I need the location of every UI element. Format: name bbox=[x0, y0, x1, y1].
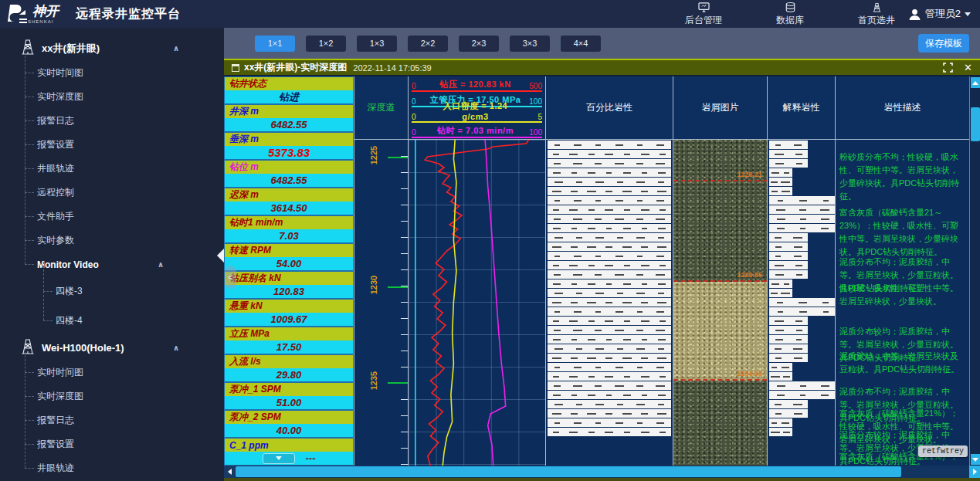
lithology-symbol-dash bbox=[636, 348, 645, 350]
lithology-symbol-dash bbox=[820, 209, 829, 211]
horizontal-scroll-thumb[interactable] bbox=[236, 466, 901, 477]
curve-plot-area bbox=[409, 140, 545, 466]
sidebar-item-实时时间图[interactable]: 实时时间图 bbox=[0, 361, 224, 384]
parameter-label: 钻压别名 kN bbox=[224, 271, 354, 285]
lithology-symbol-dash bbox=[637, 367, 643, 368]
layout-button-1×2[interactable]: 1×2 bbox=[306, 36, 346, 52]
sidebar-collapse-handle[interactable] bbox=[217, 249, 224, 263]
lithology-symbol-dash bbox=[595, 163, 602, 164]
lithology-symbol-dash bbox=[571, 283, 577, 285]
lithology-symbol-dash bbox=[554, 330, 561, 331]
sidebar-item-井眼轨迹[interactable]: 井眼轨迹 bbox=[0, 157, 224, 181]
layout-button-2×2[interactable]: 2×2 bbox=[408, 36, 448, 52]
lithology-symbol-dash bbox=[793, 237, 802, 239]
chevron-up-icon[interactable]: ∧ bbox=[173, 44, 179, 53]
sidebar-item-报警日志[interactable]: 报警日志 bbox=[0, 109, 224, 133]
depth-minor-tick bbox=[401, 205, 408, 205]
parameter-dropdown-button[interactable] bbox=[263, 453, 295, 464]
lithology-symbol-dash bbox=[777, 395, 785, 396]
scroll-down-button[interactable] bbox=[971, 454, 980, 465]
sidebar-item-实时深度图[interactable]: 实时深度图 bbox=[0, 384, 224, 408]
sidebar-item-报警设置[interactable]: 报警设置 bbox=[0, 133, 224, 157]
lithology-symbol-dash bbox=[641, 246, 648, 248]
close-icon[interactable]: ✕ bbox=[964, 63, 972, 73]
sidebar-well-1[interactable]: Wei-H100(Hole-1)∧ bbox=[0, 335, 224, 361]
curve-scale-max: 100 bbox=[522, 97, 542, 106]
interp-lithology-row bbox=[769, 187, 792, 195]
parameter-value: 120.83 bbox=[224, 285, 354, 299]
chart-panel-title: xx井(新井眼)-实时深度图 bbox=[244, 61, 347, 74]
depth-minor-tick bbox=[401, 253, 408, 254]
lithology-symbol-dash bbox=[821, 228, 829, 229]
lithology-symbol-dash bbox=[775, 154, 784, 155]
parameter-钻压别名: 钻压别名 kN120.83 bbox=[224, 271, 354, 299]
lithology-symbol-dash bbox=[571, 302, 578, 303]
user-menu[interactable]: 管理员2 bbox=[908, 0, 971, 28]
sidebar-item-实时参数[interactable]: 实时参数 bbox=[0, 229, 224, 252]
chevron-up-icon[interactable]: ∧ bbox=[173, 344, 179, 352]
param-panel-collapse-button[interactable]: < bbox=[225, 266, 236, 289]
lithology-symbol-dash bbox=[587, 302, 596, 303]
parameter-value-text: 51.00 bbox=[276, 397, 302, 408]
lithology-symbol-dash bbox=[617, 348, 623, 350]
lithology-symbol-dash bbox=[615, 330, 624, 331]
sidebar-item-实时深度图[interactable]: 实时深度图 bbox=[0, 85, 224, 109]
curve-name-value: 钻时 = 7.03 min/m bbox=[429, 125, 522, 137]
user-avatar-icon bbox=[908, 8, 921, 21]
percent-lithology-row bbox=[548, 270, 671, 279]
layout-button-3×3[interactable]: 3×3 bbox=[510, 36, 550, 52]
sidebar-subitem-四楼-3[interactable]: 四楼-3 bbox=[0, 276, 224, 306]
lithology-symbol-dash bbox=[800, 395, 805, 396]
lithology-symbol-dash bbox=[658, 228, 666, 229]
lithology-symbol-dash bbox=[595, 404, 604, 405]
save-template-button[interactable]: 保存模板 bbox=[918, 34, 969, 53]
curve-scale-min: 0 bbox=[412, 128, 429, 137]
chevron-up-icon[interactable]: ∧ bbox=[158, 260, 164, 269]
sidebar-well-0[interactable]: xx井(新井眼)∧ bbox=[0, 36, 224, 61]
lithology-symbol-dash bbox=[554, 144, 560, 146]
interp-lithology-row bbox=[769, 261, 808, 269]
interp-lithology-row bbox=[769, 391, 835, 399]
parameter-label: 泵冲_2 SPM bbox=[224, 410, 354, 424]
header-nav-database[interactable]: 数据库 bbox=[776, 2, 804, 25]
scroll-right-button[interactable] bbox=[969, 466, 980, 478]
lithology-symbol-dash bbox=[569, 432, 578, 433]
lithology-symbol-dash bbox=[642, 339, 647, 340]
sidebar-item-井眼轨迹[interactable]: 井眼轨迹 bbox=[0, 456, 224, 480]
layout-button-2×3[interactable]: 2×3 bbox=[459, 36, 499, 52]
scroll-left-button[interactable] bbox=[224, 466, 235, 478]
parameter-立压: 立压 MPa17.50 bbox=[224, 327, 354, 354]
parameter-悬重: 悬重 kN1009.67 bbox=[224, 299, 354, 327]
sidebar-item-文件助手[interactable]: 文件助手 bbox=[0, 205, 224, 229]
horizontal-scrollbar[interactable] bbox=[224, 466, 980, 478]
header-nav-backstage-monitor[interactable]: 后台管理 bbox=[685, 2, 722, 25]
parameter-value-text: 54.00 bbox=[276, 258, 302, 269]
lithology-symbol-dash bbox=[595, 237, 604, 239]
parameter-value-text: 6482.55 bbox=[271, 174, 307, 186]
sidebar-item-实时时间图[interactable]: 实时时间图 bbox=[0, 61, 224, 85]
lithology-symbol-dash bbox=[775, 357, 782, 359]
lithology-symbol-dash bbox=[656, 256, 664, 257]
vertical-scroll-thumb[interactable] bbox=[971, 107, 980, 141]
layout-button-1×1[interactable]: 1×1 bbox=[255, 36, 295, 52]
sidebar-group-Monitor Video[interactable]: Monitor Video∧ bbox=[0, 252, 224, 276]
sidebar-item-远程控制[interactable]: 远程控制 bbox=[0, 181, 224, 205]
percent-lithology-row bbox=[548, 196, 671, 205]
layout-button-4×4[interactable]: 4×4 bbox=[561, 36, 601, 52]
depth-major-tick bbox=[388, 382, 408, 384]
lithology-symbol-dash bbox=[775, 339, 783, 340]
scroll-up-button[interactable] bbox=[971, 77, 980, 88]
sidebar-item-报警日志[interactable]: 报警日志 bbox=[0, 408, 224, 432]
lithology-symbol-dash bbox=[622, 357, 632, 359]
sidebar-item-报警设置[interactable]: 报警设置 bbox=[0, 432, 224, 456]
layout-button-1×3[interactable]: 1×3 bbox=[357, 36, 397, 52]
fullscreen-icon[interactable] bbox=[943, 63, 953, 73]
header-nav-derrick[interactable]: 首页选井 bbox=[858, 2, 895, 25]
lithology-symbol-dash bbox=[781, 181, 790, 183]
lithology-symbol-dash bbox=[637, 311, 643, 313]
sidebar-subitem-四楼-4[interactable]: 四楼-4 bbox=[0, 306, 224, 335]
lithology-symbol-dash bbox=[623, 228, 631, 229]
parameter-value-text: 5373.83 bbox=[268, 146, 310, 159]
vertical-scrollbar[interactable] bbox=[969, 76, 980, 466]
lithology-symbol-dash bbox=[660, 265, 666, 266]
